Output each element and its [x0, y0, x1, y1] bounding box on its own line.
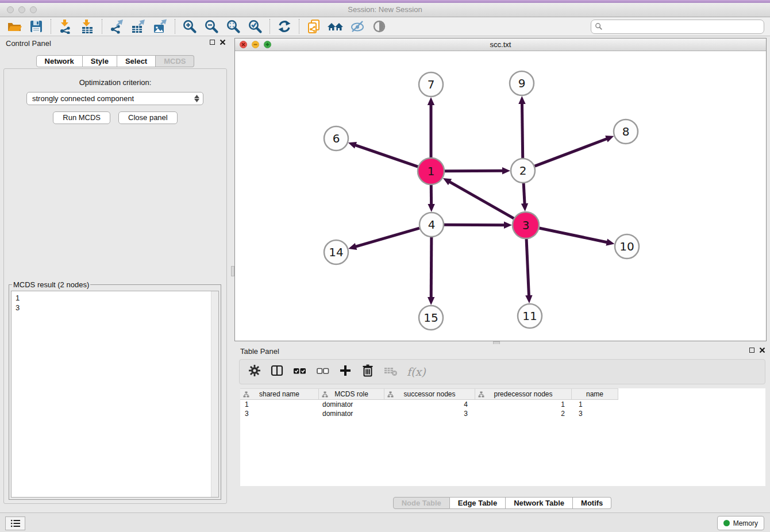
table-cell[interactable]: 2 — [475, 410, 572, 418]
zoom-out-icon[interactable] — [201, 18, 222, 34]
show-column-panel-icon[interactable] — [270, 364, 284, 380]
control-panel-titlebar: Control Panel — [0, 36, 230, 50]
node-label: 6 — [333, 132, 340, 145]
column-header-name[interactable]: name — [572, 388, 618, 400]
select-all-columns-icon[interactable] — [292, 364, 307, 380]
scrollbar-track[interactable] — [211, 291, 218, 497]
table-cell[interactable]: 3 — [572, 410, 618, 418]
clone-network-icon[interactable] — [303, 18, 325, 34]
edge-2-3[interactable] — [523, 183, 525, 205]
export-network-icon[interactable] — [106, 18, 128, 34]
memory-status-icon — [723, 520, 730, 526]
edge-4-14[interactable] — [355, 228, 419, 247]
edge-4-3[interactable] — [444, 225, 506, 225]
control-panel-tabs: NetworkStyleSelectMCDS — [0, 55, 230, 67]
network-graph[interactable]: 7968124314101511 — [235, 51, 766, 341]
refresh-layout-icon[interactable] — [274, 18, 295, 34]
show-panels-icon[interactable] — [368, 18, 390, 34]
export-image-icon[interactable] — [149, 18, 171, 34]
tab-motifs[interactable]: Motifs — [573, 497, 611, 509]
close-panel-button[interactable]: Close panel — [118, 111, 178, 124]
delete-column-icon[interactable] — [361, 364, 375, 380]
deselect-all-columns-icon[interactable] — [316, 364, 330, 380]
tab-network[interactable]: Network — [36, 55, 83, 67]
edge-2-9[interactable] — [522, 102, 522, 158]
tab-network-table[interactable]: Network Table — [506, 497, 573, 509]
close-panel-icon[interactable] — [220, 39, 226, 45]
column-header-successor-nodes[interactable]: successor nodes — [384, 388, 475, 400]
criterion-dropdown[interactable]: strongly connected component — [26, 92, 203, 105]
table-cell[interactable]: 3 — [384, 410, 475, 418]
edge-3-10[interactable] — [539, 228, 608, 242]
column-header-shared-name[interactable]: shared name — [240, 388, 319, 400]
close-panel-icon[interactable] — [759, 347, 765, 353]
edge-arrow-icon — [521, 203, 528, 211]
column-header-label: shared name — [259, 390, 299, 398]
column-header-label: name — [586, 390, 603, 398]
tab-edge-table[interactable]: Edge Table — [450, 497, 506, 509]
tab-node-table[interactable]: Node Table — [393, 497, 450, 509]
table-cell[interactable]: 1 — [240, 400, 319, 408]
zoom-selected-icon[interactable] — [244, 18, 266, 34]
node-label: 8 — [622, 125, 630, 138]
edge-arrow-icon — [428, 97, 434, 105]
toolbar-separator — [175, 19, 175, 34]
zoom-fit-icon[interactable] — [222, 18, 244, 34]
edge-4-15[interactable] — [431, 237, 432, 299]
edge-arrow-icon — [525, 295, 532, 303]
table-panel: Table Panel f(x) shared nameMCDS role — [234, 344, 770, 510]
column-header-predecessor-nodes[interactable]: predecessor nodes — [475, 388, 572, 400]
edge-arrow-icon — [428, 204, 434, 212]
list-icon — [10, 519, 21, 528]
edge-3-11[interactable] — [526, 239, 529, 297]
tab-style[interactable]: Style — [83, 55, 117, 67]
column-hierarchy-icon — [243, 391, 249, 398]
zoom-in-icon[interactable] — [179, 18, 201, 34]
column-hierarchy-icon — [387, 391, 394, 398]
network-canvas[interactable]: 7968124314101511 — [235, 51, 766, 341]
float-panel-icon[interactable] — [210, 40, 215, 45]
memory-button[interactable]: Memory — [717, 516, 764, 530]
mcds-result-box[interactable]: 1 3 — [11, 291, 219, 498]
search-field[interactable] — [591, 20, 764, 34]
table-row[interactable]: 1dominator411 — [240, 400, 765, 409]
export-table-icon[interactable] — [128, 18, 149, 34]
table-cell[interactable]: 4 — [384, 400, 475, 408]
table-cell[interactable]: dominator — [319, 410, 384, 418]
column-header-mcds-role[interactable]: MCDS role — [319, 388, 384, 400]
vertical-splitter[interactable] — [230, 36, 234, 506]
float-panel-icon[interactable] — [749, 348, 754, 353]
node-label: 3 — [522, 218, 530, 232]
table-panel-title: Table Panel — [240, 347, 279, 356]
open-session-icon[interactable] — [3, 18, 25, 34]
table-settings-gear-icon[interactable] — [248, 364, 261, 380]
edge-2-8[interactable] — [535, 138, 609, 166]
node-label: 2 — [519, 164, 527, 178]
hide-panels-icon[interactable] — [346, 18, 368, 34]
import-network-icon[interactable] — [55, 18, 76, 34]
edge-1-2[interactable] — [445, 171, 504, 171]
edge-1-6[interactable] — [354, 145, 418, 167]
node-label: 4 — [428, 218, 436, 232]
create-column-icon[interactable] — [338, 364, 352, 380]
table-cell[interactable]: dominator — [319, 400, 384, 408]
edge-3-1[interactable] — [448, 181, 514, 218]
table-cell[interactable]: 1 — [572, 400, 618, 408]
table-cell[interactable]: 3 — [240, 410, 319, 418]
table-header-row: shared nameMCDS rolesuccessor nodesprede… — [240, 388, 765, 400]
apply-preferred-layout-icon[interactable] — [325, 18, 346, 34]
table-cell[interactable]: 1 — [475, 400, 572, 408]
run-mcds-button[interactable]: Run MCDS — [53, 111, 110, 124]
task-history-button[interactable] — [5, 516, 25, 530]
node-label: 9 — [518, 76, 526, 90]
node-label: 11 — [522, 309, 537, 323]
save-session-icon[interactable] — [25, 18, 47, 34]
import-table-icon[interactable] — [76, 18, 98, 34]
tab-mcds[interactable]: MCDS — [156, 55, 194, 67]
status-bar: Memory — [0, 512, 770, 532]
network-window-titlebar[interactable]: scc.txt — [235, 38, 766, 51]
search-input[interactable] — [603, 22, 760, 32]
tab-select[interactable]: Select — [117, 55, 156, 67]
column-header-label: MCDS role — [334, 390, 368, 398]
table-row[interactable]: 3dominator323 — [240, 409, 765, 418]
